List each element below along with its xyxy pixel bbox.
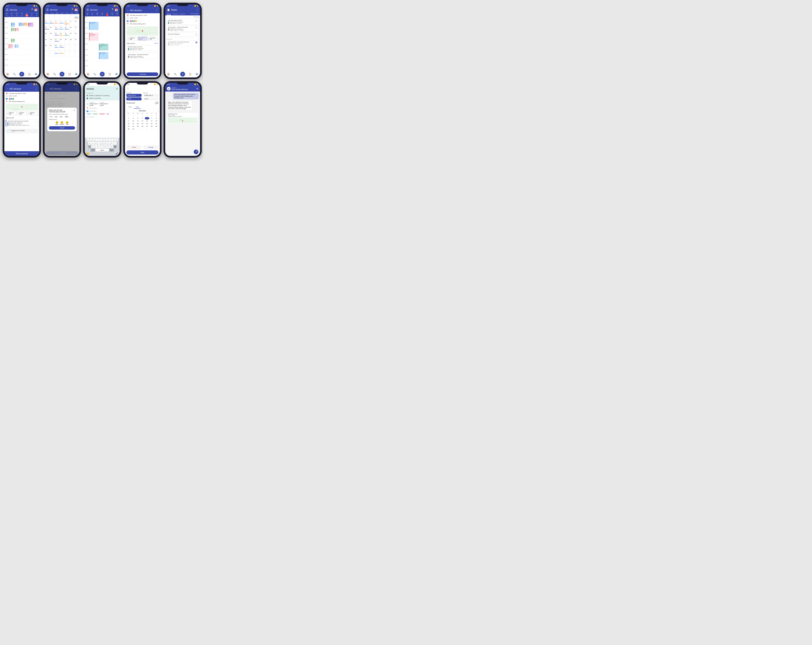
time-opt-other[interactable]: Other: bbox=[64, 116, 69, 118]
weekday-wed-3[interactable]: Wed3 bbox=[95, 12, 100, 16]
back-icon-6[interactable]: ← bbox=[6, 87, 8, 90]
key-123[interactable]: 123 bbox=[90, 148, 95, 151]
month-day[interactable]: 10 bbox=[75, 50, 79, 56]
task-more-6[interactable]: ⋮ bbox=[35, 120, 37, 123]
resolved-expand-icon[interactable]: ∨ bbox=[198, 38, 199, 40]
task-check-2[interactable] bbox=[195, 27, 197, 29]
month-day[interactable]: 6Caln... bbox=[55, 20, 60, 26]
month-day[interactable]: 14Caln... bbox=[60, 26, 64, 32]
month-day[interactable]: 12 bbox=[50, 26, 55, 32]
cat-event[interactable]: Event bbox=[87, 113, 92, 115]
cal-day[interactable]: 28 bbox=[150, 125, 154, 128]
cal-day[interactable]: 30 bbox=[150, 114, 154, 117]
month-day[interactable]: 23 bbox=[70, 32, 75, 38]
month-day[interactable]: 1 bbox=[64, 44, 70, 50]
walk-btn-6a[interactable]: 🚶 20 min to walk bbox=[6, 112, 16, 115]
cal-day[interactable]: 29 bbox=[145, 114, 149, 117]
cal-day[interactable]: 1 bbox=[136, 128, 140, 130]
event-human-comp[interactable]: HumanComp bbox=[24, 23, 28, 26]
cal-day[interactable]: 18 bbox=[136, 122, 140, 125]
key-h[interactable]: h bbox=[104, 142, 107, 145]
weekday-fri-3[interactable]: Fri3 bbox=[105, 12, 110, 16]
weekday-mon-3[interactable]: Mon3 bbox=[85, 12, 90, 16]
menu-icon-3[interactable]: ☰ bbox=[87, 8, 89, 11]
settings-nav-icon[interactable]: ⚙️ bbox=[35, 73, 37, 75]
cal-day[interactable]: 2 bbox=[126, 117, 131, 119]
mic-keyboard-icon[interactable]: 🎤 bbox=[116, 152, 118, 155]
task-item-6-1[interactable]: Class task: Interview plan and draft Unt… bbox=[6, 119, 38, 127]
fab-button-1[interactable]: + bbox=[20, 72, 24, 76]
save-btn-9[interactable]: Save bbox=[126, 150, 159, 154]
add-task-btn-4[interactable]: + Add task bbox=[127, 72, 158, 76]
copy-nav-icon-5[interactable]: 📋 bbox=[189, 73, 192, 75]
prev-month-icon[interactable]: ‹ bbox=[126, 110, 127, 112]
key-n[interactable]: n bbox=[107, 145, 110, 148]
weekday-thu[interactable]: Thu3 bbox=[19, 12, 24, 17]
month-day[interactable]: 9 bbox=[70, 50, 75, 56]
cal-day[interactable]: 3 bbox=[145, 128, 149, 130]
key-return[interactable]: return bbox=[109, 148, 114, 151]
month-day[interactable]: 6Caln... bbox=[55, 50, 60, 56]
cal-day[interactable]: 10 bbox=[131, 120, 136, 122]
key-s[interactable]: s bbox=[91, 142, 94, 145]
calendar-icon[interactable]: 📅 bbox=[34, 8, 38, 11]
event-design-ethno[interactable]: DesignEthnography bbox=[9, 44, 14, 49]
add-event-input[interactable]: Mobile| bbox=[87, 87, 94, 90]
event-design-ethno-3[interactable]: Design Ethnography9:00 - 13:00 bbox=[89, 33, 99, 41]
more-icon-5[interactable]: ⋮ bbox=[196, 8, 198, 11]
key-c[interactable]: c bbox=[98, 145, 101, 148]
cal-day[interactable]: 25 bbox=[136, 125, 140, 128]
fab-button-5[interactable]: + bbox=[180, 72, 185, 76]
month-day[interactable]: 3Caln...Caln... bbox=[75, 14, 79, 20]
cal-day[interactable]: 9 bbox=[126, 120, 131, 122]
cal-day[interactable]: 25 bbox=[126, 114, 131, 117]
key-backspace[interactable]: ⌫ bbox=[114, 145, 116, 148]
car-btn-4[interactable]: 🚗 5 min by car bbox=[138, 37, 147, 40]
month-day[interactable]: 5Caln... bbox=[50, 20, 55, 26]
search-nav-icon[interactable]: 🔍 bbox=[13, 73, 16, 75]
cal-day[interactable]: 4 bbox=[150, 128, 154, 130]
cal-day[interactable]: 4 bbox=[136, 117, 140, 119]
home-nav-icon[interactable]: 🏠 bbox=[6, 73, 9, 75]
walk-btn-6b[interactable]: 🚶 30 min to walk bbox=[17, 112, 27, 115]
end-date-8[interactable]: Friday Dec 6 bbox=[100, 103, 108, 105]
mic-icon[interactable]: 🎤 bbox=[30, 8, 33, 11]
weekday-sat-3[interactable]: Sat3 bbox=[110, 12, 115, 16]
key-q[interactable]: q bbox=[87, 138, 89, 142]
cal-day[interactable]: 24 bbox=[131, 125, 136, 128]
key-x[interactable]: x bbox=[95, 145, 97, 148]
month-day[interactable]: 19 bbox=[50, 32, 55, 38]
month-day[interactable]: 27Caln... bbox=[55, 38, 60, 44]
sort-icon[interactable]: ⬇ bbox=[194, 16, 195, 18]
weekday-sun[interactable]: Sun3 bbox=[34, 12, 39, 17]
copy-nav-icon-3[interactable]: 📋 bbox=[108, 73, 111, 75]
weekday-sat[interactable]: Sat3 bbox=[29, 12, 34, 17]
event-indiv-project[interactable]: IndivdProject bbox=[15, 28, 19, 31]
cal-day[interactable]: 11 bbox=[136, 120, 140, 122]
month-day[interactable]: 13Caln... bbox=[55, 26, 60, 32]
time-tab-9[interactable]: Time bbox=[126, 105, 134, 109]
emoji-icon[interactable]: 😊 bbox=[86, 152, 89, 155]
month-day[interactable]: 7Caln... bbox=[60, 50, 64, 56]
cal-day[interactable]: 15 bbox=[154, 120, 159, 122]
month-day[interactable] bbox=[60, 14, 64, 20]
key-w[interactable]: w bbox=[90, 138, 93, 142]
key-v[interactable]: v bbox=[101, 145, 104, 148]
copy-nav-icon[interactable]: 📋 bbox=[28, 73, 31, 75]
key-g[interactable]: g bbox=[101, 142, 104, 145]
key-e[interactable]: e bbox=[93, 138, 96, 142]
event-history-3[interactable]: 🕐 History205, Mary learning centre bbox=[99, 44, 108, 50]
start-time-8[interactable]: 09:00 bbox=[90, 105, 98, 106]
month-day[interactable]: 5 bbox=[50, 50, 55, 56]
cal-day[interactable]: 20 bbox=[145, 122, 149, 125]
bus-btn-4[interactable]: 🚌 10 min by bus bbox=[148, 37, 157, 40]
key-r[interactable]: r bbox=[96, 138, 99, 142]
cal-day[interactable]: 21 bbox=[150, 122, 154, 125]
key-j[interactable]: j bbox=[107, 142, 110, 145]
end-time-field-9[interactable]: 10:00 bbox=[143, 97, 159, 100]
task-list-item-3[interactable]: Buy Evas' Bday gift bbox=[166, 32, 199, 37]
settings-nav-icon-2[interactable]: ⚙️ bbox=[75, 73, 78, 75]
add-task-label[interactable]: Add task bbox=[89, 116, 94, 118]
key-l[interactable]: l bbox=[114, 142, 116, 145]
close-icon-10[interactable]: ✕ bbox=[196, 87, 198, 90]
